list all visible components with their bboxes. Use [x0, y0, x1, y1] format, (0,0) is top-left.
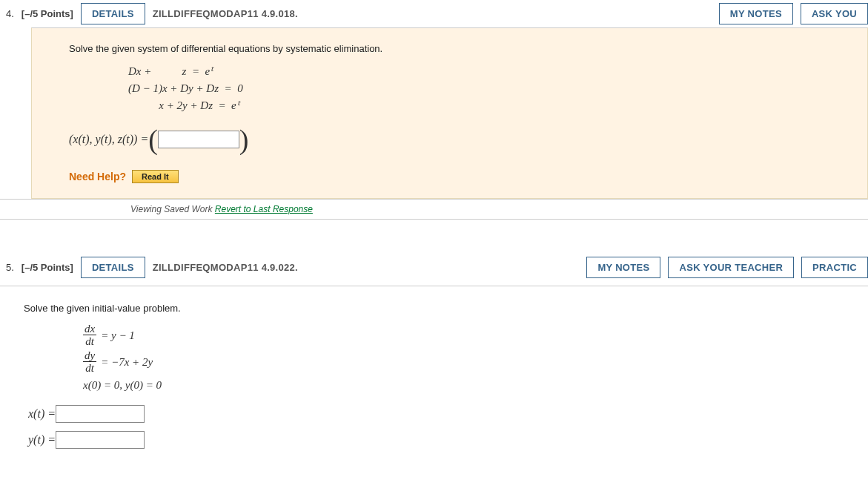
details-button[interactable]: DETAILS: [81, 257, 145, 278]
read-it-button[interactable]: Read It: [132, 170, 179, 183]
question-prompt: Solve the given initial-value problem.: [24, 297, 850, 317]
saved-work-bar: Viewing Saved Work Revert to Last Respon…: [0, 199, 868, 219]
question-prompt: Solve the given system of differential e…: [69, 37, 830, 57]
ask-teacher-button[interactable]: ASK YOUR TEACHER: [668, 257, 794, 278]
revert-link[interactable]: Revert to Last Response: [215, 204, 313, 214]
right-paren: ): [239, 125, 249, 154]
my-notes-button[interactable]: MY NOTES: [719, 3, 793, 24]
answer-input[interactable]: [158, 131, 239, 148]
equation-1: dxdt = y − 1: [83, 323, 850, 348]
fraction-dydt: dydt: [83, 349, 96, 375]
saved-work-text: Viewing Saved Work: [130, 204, 215, 214]
fraction-dxdt: dxdt: [83, 323, 96, 348]
x-answer-row: x(t) =: [28, 404, 850, 424]
equation-1: Dx + z = eᵗ: [128, 63, 830, 80]
equation-2: (D − 1)x + Dy + Dz = 0: [128, 80, 830, 97]
need-help-label: Need Help?: [69, 168, 126, 185]
details-button[interactable]: DETAILS: [81, 3, 145, 24]
question-reference: ZILLDIFFEQMODAP11 4.9.018.: [153, 8, 298, 19]
practice-button[interactable]: PRACTIC: [801, 257, 868, 278]
my-notes-button[interactable]: MY NOTES: [586, 257, 660, 278]
question-number: 4.: [6, 8, 14, 19]
question-5-body: Solve the given initial-value problem. d…: [0, 286, 868, 477]
need-help-row: Need Help? Read It: [69, 168, 830, 185]
question-5: 5. [–/5 Points] DETAILS ZILLDIFFEQMODAP1…: [0, 249, 868, 477]
equation-3: x + 2y + Dz = eᵗ: [128, 97, 830, 114]
answer-label: (x(t), y(t), z(t)) =: [69, 130, 148, 149]
question-4-body: Solve the given system of differential e…: [31, 27, 868, 199]
y-label: y(t) =: [28, 430, 56, 450]
question-number: 5.: [6, 262, 14, 273]
left-paren: (: [148, 125, 158, 154]
question-points: [–/5 Points]: [21, 262, 73, 273]
equation-block-5: dxdt = y − 1 dydt = −7x + 2y x(0) = 0, y…: [83, 323, 850, 394]
question-5-header: 5. [–/5 Points] DETAILS ZILLDIFFEQMODAP1…: [0, 249, 868, 286]
question-4: 4. [–/5 Points] DETAILS ZILLDIFFEQMODAP1…: [0, 0, 868, 220]
separator: [0, 220, 868, 249]
y-answer-input[interactable]: [56, 431, 145, 449]
ask-teacher-button[interactable]: ASK YOU: [801, 3, 868, 24]
question-reference: ZILLDIFFEQMODAP11 4.9.022.: [153, 262, 298, 273]
answer-row: (x(t), y(t), z(t)) = ( ): [69, 125, 830, 154]
initial-conditions: x(0) = 0, y(0) = 0: [83, 376, 850, 394]
equation-2: dydt = −7x + 2y: [83, 349, 850, 375]
y-answer-row: y(t) =: [28, 430, 850, 450]
question-points: [–/5 Points]: [21, 8, 73, 19]
equation-system: Dx + z = eᵗ (D − 1)x + Dy + Dz = 0 x + 2…: [128, 63, 830, 115]
x-answer-input[interactable]: [56, 405, 145, 423]
x-label: x(t) =: [28, 404, 56, 424]
question-4-header: 4. [–/5 Points] DETAILS ZILLDIFFEQMODAP1…: [0, 0, 868, 27]
